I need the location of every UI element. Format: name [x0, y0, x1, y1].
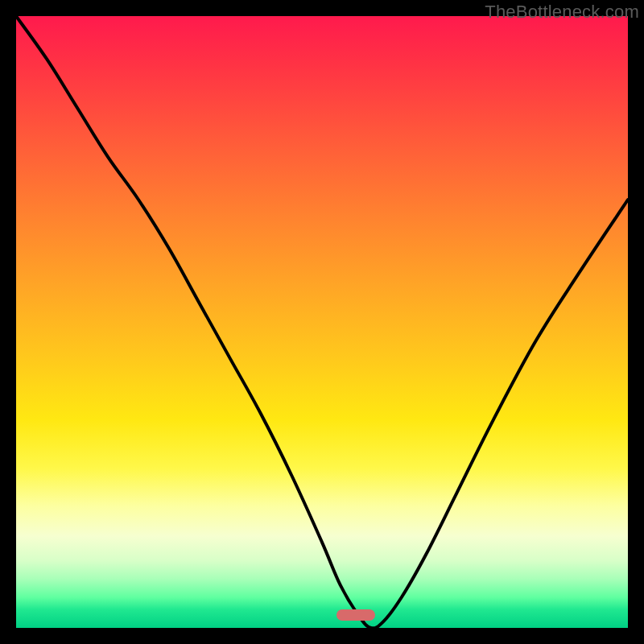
optimum-marker [336, 609, 375, 621]
plot-area [16, 16, 628, 628]
chart-frame: TheBottleneck.com [0, 0, 644, 644]
bottleneck-curve [16, 16, 628, 628]
watermark-text: TheBottleneck.com [485, 2, 639, 23]
